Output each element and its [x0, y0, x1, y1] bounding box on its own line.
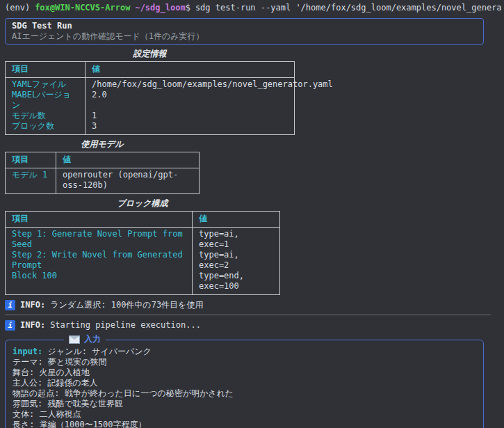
blocks-table: 項目 値 Step 1: Generate Novel Prompt from …	[5, 211, 280, 295]
config-row-value: 2.0	[85, 90, 294, 111]
mail-icon	[69, 335, 80, 344]
models-section-title: 使用モデル	[5, 139, 200, 150]
input-line: 文体: 二人称視点	[13, 409, 476, 420]
input-line: input: ジャンル: サイバーパンク	[13, 347, 476, 357]
blocks-section: ブロック構成 項目 値 Step 1: Generate Novel Promp…	[5, 198, 504, 295]
input-line: 舞台: 火星の入植地	[13, 367, 476, 378]
input-panel-title-text: 入力	[84, 334, 101, 344]
config-section: 設定情報 項目 値 YAMLファイル /home/fox/sdg_loom/ex…	[5, 49, 504, 135]
user-host: fox@WIN-NCCVS-Arrow	[35, 3, 130, 13]
input-value: ジャンル: サイバーパンク	[48, 347, 152, 356]
config-row-key: YAMLファイル	[6, 78, 85, 90]
input-line: 主人公: 記録係の老人	[13, 378, 476, 388]
input-panel-title: 入力	[64, 334, 106, 344]
blocks-col-value: 値	[192, 212, 279, 228]
config-row-value: /home/fox/sdg_loom/examples/novel_genera…	[85, 78, 294, 90]
config-col-value: 値	[85, 62, 294, 78]
banner-panel: SDG Test Run AIエージェントの動作確認モード（1件のみ実行）	[5, 18, 484, 45]
prompt-symbol: $	[186, 3, 190, 13]
models-row-key: モデル 1	[6, 168, 56, 193]
config-row-value: 1	[85, 111, 294, 121]
blocks-row-value: type=end, exec=100	[192, 271, 279, 294]
blocks-row-key: Step 1: Generate Novel Prompt from Seed	[6, 228, 192, 250]
config-row-key: ブロック数	[6, 121, 85, 134]
terminal-window: (env)fox@WIN-NCCVS-Arrow~/sdg_loom$sdg t…	[0, 0, 504, 428]
divider-line	[5, 315, 491, 315]
models-col-value: 値	[56, 152, 199, 168]
info-label: INFO:	[20, 300, 45, 310]
config-row-key: モデル数	[6, 111, 85, 121]
config-col-item: 項目	[6, 62, 85, 78]
blocks-row-value: type=ai, exec=2	[192, 250, 279, 271]
shell-prompt[interactable]: (env)fox@WIN-NCCVS-Arrow~/sdg_loom$sdg t…	[5, 3, 501, 13]
models-row-value: openrouter (openai/gpt-oss-120b)	[56, 168, 199, 193]
banner-subtitle: AIエージェントの動作確認モード（1件のみ実行）	[12, 31, 477, 42]
cwd-path: ~/sdg_loom	[135, 3, 185, 13]
info-text: Starting pipeline execution...	[50, 320, 201, 331]
info-icon: i	[5, 300, 15, 310]
config-section-title: 設定情報	[5, 49, 295, 59]
models-section: 使用モデル 項目 値 モデル 1 openrouter (openai/gpt-…	[5, 139, 504, 194]
info-text: ランダム選択: 100件中の73件目を使用	[50, 300, 203, 310]
info-icon: i	[5, 320, 15, 331]
models-table: 項目 値 モデル 1 openrouter (openai/gpt-oss-12…	[5, 152, 200, 194]
venv-indicator: (env)	[5, 3, 30, 13]
info-line-random: i INFO: ランダム選択: 100件中の73件目を使用	[5, 300, 504, 310]
input-panel: 入力 input: ジャンル: サイバーパンク テーマ: 夢と現実の狭間 舞台:…	[5, 340, 484, 428]
input-line: 物語の起点: 戦争が終わった日に一つの秘密が明かされた	[13, 388, 476, 399]
blocks-row-key: Block 100	[6, 271, 192, 294]
config-row-value: 3	[85, 121, 294, 134]
info-label: INFO:	[20, 320, 45, 331]
config-row-key: MABELバージョン	[6, 90, 85, 111]
blocks-row-value: type=ai, exec=1	[192, 228, 279, 250]
config-table: 項目 値 YAMLファイル /home/fox/sdg_loom/example…	[5, 61, 295, 135]
banner-title: SDG Test Run	[12, 21, 477, 31]
blocks-col-item: 項目	[6, 212, 192, 228]
input-line: テーマ: 夢と現実の狭間	[13, 357, 476, 367]
input-line: 雰囲気: 残酷で耽美な世界観	[13, 399, 476, 409]
blocks-row-key: Step 2: Write Novel from Generated Promp…	[6, 250, 192, 271]
info-line-start: i INFO: Starting pipeline execution...	[5, 320, 504, 331]
models-col-item: 項目	[6, 152, 56, 168]
input-key: input:	[13, 347, 42, 356]
input-line: 長さ: 掌編（1000〜1500字程度）	[13, 420, 476, 428]
blocks-section-title: ブロック構成	[5, 198, 280, 209]
command-input[interactable]: sdg test-run --yaml '/home/fox/sdg_loom/…	[195, 3, 501, 13]
